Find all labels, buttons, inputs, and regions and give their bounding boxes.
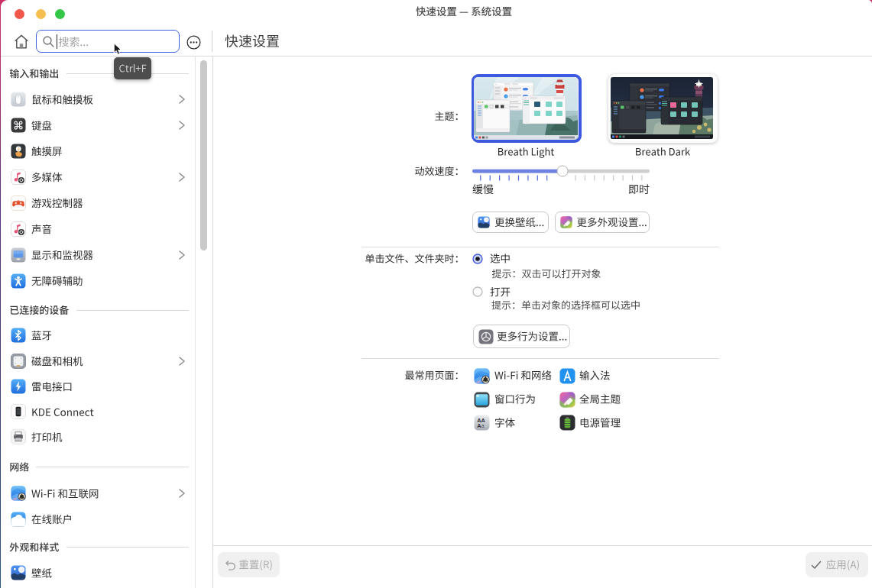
svg-text:a: a [481,423,485,428]
